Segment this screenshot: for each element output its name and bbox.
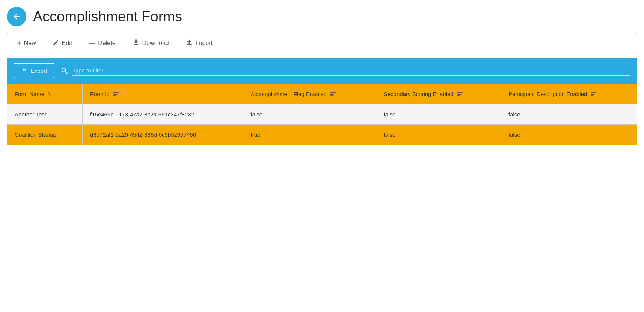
download-icon	[132, 39, 140, 48]
minus-icon: —	[89, 39, 95, 47]
table-row[interactable]: Another Testf15e469e-0173-47a7-8c2a-551c…	[7, 104, 637, 125]
col-accomplishment-flag[interactable]: Accomplishment Flag Enabled	[243, 84, 376, 104]
cell-accomplishment-flag: true	[243, 125, 376, 145]
sort-asc-icon: ⇧	[47, 91, 51, 97]
filter-lines-icon-4	[591, 92, 596, 96]
col-form-id[interactable]: Form Id	[83, 84, 243, 104]
new-label: New	[24, 40, 36, 47]
download-label: Download	[142, 40, 169, 47]
col-secondary-scoring[interactable]: Secondary Scoring Enabled	[376, 84, 501, 104]
col-form-name-label: Form Name	[15, 91, 44, 97]
back-button[interactable]	[7, 7, 26, 26]
page-title: Accomplishment Forms	[33, 9, 182, 25]
col-participant-desc[interactable]: Participant Description Enabled	[501, 84, 637, 104]
col-participant-desc-label: Participant Description Enabled	[508, 91, 587, 97]
page-header: Accomplishment Forms	[0, 0, 644, 33]
download-button[interactable]: Download	[130, 37, 171, 49]
cell-form-id: f15e469e-0173-47a7-8c2a-551c347f8282	[83, 104, 243, 125]
delete-button[interactable]: — Delete	[86, 38, 118, 49]
col-secondary-scoring-label: Secondary Scoring Enabled	[384, 91, 454, 97]
edit-button[interactable]: Edit	[50, 38, 75, 49]
new-button[interactable]: + New	[15, 38, 38, 49]
cell-form-id: d8d72af1-5a29-4542-886d-0c9b92657466	[83, 125, 243, 145]
col-accomplishment-flag-label: Accomplishment Flag Enabled	[250, 91, 327, 97]
cell-participant-desc: false	[501, 125, 637, 145]
table-header-row: Form Name ⇧ Form Id Accomplishment Flag …	[7, 84, 637, 104]
edit-label: Edit	[62, 40, 72, 47]
export-label: Export	[31, 68, 47, 74]
col-form-name[interactable]: Form Name ⇧	[7, 84, 83, 104]
export-icon	[21, 67, 28, 75]
export-button[interactable]: Export	[14, 63, 54, 78]
cell-accomplishment-flag: false	[243, 104, 376, 125]
toolbar: + New Edit — Delete Download Import	[7, 33, 637, 53]
cell-participant-desc: false	[501, 104, 637, 125]
filter-input[interactable]	[72, 66, 630, 76]
cell-secondary-scoring: false	[376, 125, 501, 145]
filter-lines-icon-2	[330, 92, 336, 96]
filter-lines-icon-1	[113, 92, 119, 96]
delete-label: Delete	[98, 40, 115, 47]
search-wrap	[60, 66, 630, 76]
cell-form-name: Coalition Startup	[7, 125, 83, 145]
table-row[interactable]: Coalition Startupd8d72af1-5a29-4542-886d…	[7, 125, 637, 145]
import-icon	[186, 39, 193, 48]
filter-bar: Export	[7, 58, 637, 84]
cell-form-name: Another Test	[7, 104, 83, 125]
search-icon	[60, 67, 69, 75]
cell-secondary-scoring: false	[376, 104, 501, 125]
data-table: Form Name ⇧ Form Id Accomplishment Flag …	[7, 84, 637, 145]
pencil-icon	[53, 39, 59, 47]
col-form-id-label: Form Id	[90, 91, 110, 97]
import-button[interactable]: Import	[183, 37, 215, 49]
plus-icon: +	[17, 39, 21, 48]
import-label: Import	[196, 40, 213, 47]
filter-lines-icon-3	[457, 92, 463, 96]
